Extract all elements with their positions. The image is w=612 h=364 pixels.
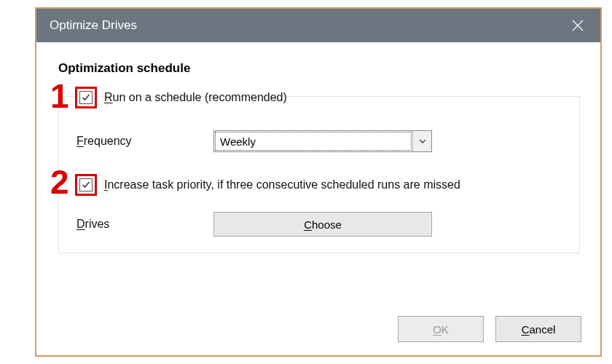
frequency-value: Weekly (215, 132, 412, 151)
schedule-group: 1 Run on a schedule (recommended) Freque… (58, 96, 580, 253)
increase-priority-checkbox-highlight (75, 174, 97, 196)
increase-priority-checkbox[interactable] (79, 178, 93, 191)
drives-label: Drives (75, 218, 213, 231)
section-title: Optimization schedule (58, 61, 580, 76)
checkmark-icon (82, 93, 90, 102)
run-schedule-checkbox[interactable] (79, 91, 93, 104)
run-schedule-checkbox-highlight (75, 87, 97, 108)
chevron-down-icon (419, 139, 426, 143)
frequency-dropdown-arrow[interactable] (412, 131, 431, 151)
optimize-drives-dialog: Optimize Drives Optimization schedule 1 (36, 9, 600, 355)
choose-button[interactable]: Choose (213, 212, 432, 237)
dialog-title: Optimize Drives (50, 18, 560, 33)
increase-priority-row: 2 Increase task priority, if three conse… (75, 174, 566, 196)
checkmark-icon (82, 181, 90, 189)
dialog-content: Optimization schedule 1 Run on a schedul… (36, 42, 600, 266)
ok-button: OK (398, 316, 484, 342)
cancel-button[interactable]: Cancel (495, 316, 581, 342)
close-icon (572, 20, 584, 31)
drives-row: Drives Choose (75, 212, 566, 237)
frequency-label: Frequency (75, 135, 213, 148)
increase-priority-label[interactable]: Increase task priority, if three consecu… (104, 178, 460, 191)
frequency-select[interactable]: Weekly (213, 130, 432, 152)
annotation-2: 2 (50, 165, 69, 199)
titlebar: Optimize Drives (36, 9, 600, 42)
run-schedule-label[interactable]: Run on a schedule (recommended) (104, 91, 287, 104)
dialog-footer: OK Cancel (398, 316, 581, 342)
frequency-row: Frequency Weekly (75, 130, 566, 152)
annotation-1: 1 (50, 79, 69, 113)
run-schedule-row: 1 Run on a schedule (recommended) (75, 85, 566, 110)
close-button[interactable] (560, 9, 596, 42)
screenshot-frame: Optimize Drives Optimization schedule 1 (35, 7, 602, 357)
